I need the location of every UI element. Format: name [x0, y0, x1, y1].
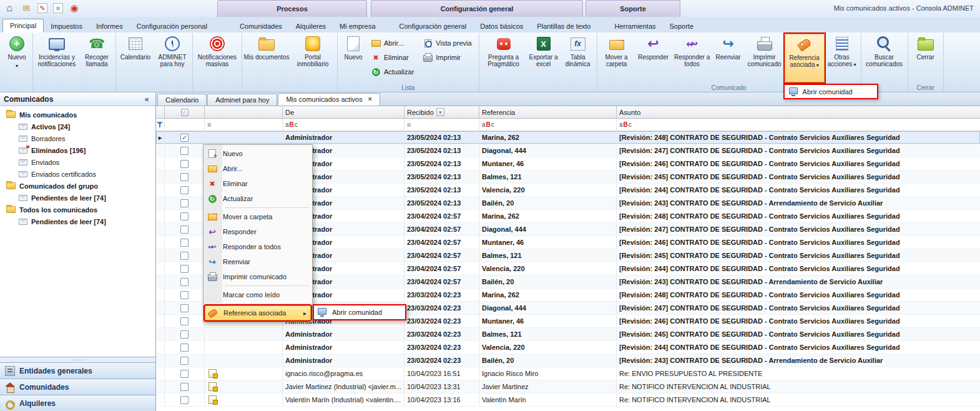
tree-item-pendientes-de-leer-74[interactable]: Pendientes de leer [74] — [0, 192, 155, 204]
filter-cell-icon[interactable]: = — [205, 119, 283, 131]
filter-dropdown-icon[interactable] — [436, 108, 444, 116]
header-referencia[interactable]: Referencia — [479, 106, 617, 118]
header-icon-column[interactable] — [205, 106, 283, 118]
filter-cell-indicator[interactable] — [156, 119, 165, 131]
menu-item-nuevo[interactable]: Nuevo — [205, 146, 311, 161]
ribbon-exportar-excel-button[interactable]: Exportar a excel — [527, 34, 561, 82]
ribbon-nuevo-documento-button[interactable]: Nuevo — [339, 34, 368, 82]
row-checkbox[interactable] — [180, 330, 189, 339]
menu-item-responder-a-todos[interactable]: Responder a todos — [205, 239, 311, 254]
row-checkbox[interactable] — [180, 239, 189, 247]
row-checkbox[interactable] — [180, 199, 189, 207]
filter-cell-de[interactable]: aBc — [283, 119, 404, 131]
row-checkbox[interactable] — [180, 370, 189, 378]
tab-configuracion-personal[interactable]: Configuración personal — [130, 20, 214, 32]
table-row[interactable]: Administrador23/03/2024 02:23Bailén, 20[… — [156, 354, 980, 367]
menu-item-imprimir-comunicado[interactable]: Imprimir comunicado — [205, 269, 311, 284]
ribbon-buscar-comunicados-button[interactable]: Buscar comunicados — [863, 34, 906, 82]
sidebar-nav-comunidades[interactable]: Comunidades — [0, 379, 155, 395]
row-checkbox[interactable] — [180, 317, 189, 325]
tree-item-pendientes-de-leer-74[interactable]: Pendientes de leer [74] — [0, 215, 155, 227]
row-checkbox[interactable] — [180, 252, 189, 260]
edit-document-icon[interactable] — [37, 3, 47, 13]
table-row[interactable]: Administrador23/03/2024 02:23Valencia, 2… — [156, 341, 980, 354]
ribbon-recoger-llamada-button[interactable]: Recoger llamada — [79, 34, 114, 82]
sidebar-nav-alquileres[interactable]: Alquileres — [0, 395, 155, 411]
tab-principal[interactable]: Principal — [2, 19, 44, 32]
header-select-all[interactable] — [165, 106, 205, 118]
ribbon-notificaciones-masivas-button[interactable]: Notificaciones masivas — [194, 34, 240, 82]
ribbon-responder-button[interactable]: Responder — [635, 34, 672, 82]
table-row[interactable]: Administrador23/05/2024 02:13Marina, 262… — [156, 131, 980, 144]
home-icon[interactable] — [4, 2, 15, 14]
row-checkbox[interactable] — [180, 212, 189, 220]
ribbon-tabla-dinamica-button[interactable]: Tabla dinámica — [561, 34, 595, 82]
ribbon-vista-previa-button[interactable]: Vista previa — [421, 37, 475, 49]
record-icon[interactable] — [69, 2, 80, 14]
row-checkbox[interactable] — [180, 147, 189, 155]
table-row[interactable]: Valentín Marín (Industrial) <valentin...… — [156, 394, 980, 407]
tab-configuracion-general[interactable]: Configuración general — [393, 20, 474, 32]
row-checkbox[interactable] — [180, 291, 189, 299]
menu-item-referencia-asociada[interactable]: Referencia asociada — [205, 305, 311, 320]
ribbon-mis-documentos-button[interactable]: Mis documentos — [243, 34, 290, 82]
ribbon-adminet-hoy-button[interactable]: ADMINET para hoy — [154, 34, 191, 82]
menu-item-eliminar[interactable]: Eliminar — [205, 176, 311, 191]
splitter-grip[interactable] — [0, 357, 155, 362]
row-checkbox[interactable] — [180, 344, 189, 352]
row-checkbox[interactable] — [180, 160, 189, 168]
sidebar-nav-entidades-generales[interactable]: Entidades generales — [0, 362, 155, 379]
row-checkbox[interactable] — [180, 396, 189, 404]
table-row[interactable]: ignacio.risco@pragma.es10/04/2023 16:51I… — [156, 367, 980, 380]
menu-item-actualizar[interactable]: Actualizar — [205, 191, 311, 206]
ribbon-eliminar-button[interactable]: Eliminar — [370, 51, 418, 64]
header-recibido[interactable]: Recibido — [404, 106, 479, 118]
tab-herramientas[interactable]: Herramientas — [607, 20, 662, 32]
table-row[interactable]: Javier Martinez (Industrial) <javier.m..… — [156, 380, 980, 394]
ribbon-nuevo-button[interactable]: Nuevo — [2, 34, 31, 82]
row-checkbox[interactable] — [180, 357, 189, 365]
row-checkbox[interactable] — [180, 173, 189, 181]
doc-tab-mis-comunicados-activos[interactable]: Mis comunicados activos — [278, 93, 380, 106]
ribbon-otras-acciones-button[interactable]: Otras acciones — [825, 34, 860, 82]
filter-cell-asunto[interactable]: aBc — [617, 119, 980, 131]
mail-icon[interactable] — [21, 2, 32, 14]
row-checkbox[interactable] — [180, 278, 189, 286]
tree-item-activos-24[interactable]: Activos [24] — [0, 121, 155, 132]
menu-item-mover-a-carpeta[interactable]: Mover a carpeta — [205, 209, 311, 224]
tab-plantillas-de-texto[interactable]: Plantillas de texto — [530, 20, 597, 32]
tab-informes[interactable]: Informes — [89, 20, 130, 32]
ribbon-abrir-button[interactable]: Abrir... — [370, 37, 418, 49]
row-checkbox[interactable] — [180, 265, 189, 273]
tree-item-eliminados-196[interactable]: Eliminados [196] — [0, 144, 155, 156]
ribbon-responder-todos-button[interactable]: Responder a todos — [672, 34, 712, 82]
ribbon-incidencias-button[interactable]: Incidencias y notificaciones — [34, 34, 79, 82]
tree-item-enviados[interactable]: Enviados — [0, 156, 155, 168]
collapse-sidebar-icon[interactable] — [142, 94, 152, 104]
filter-cell-referencia[interactable]: aBc — [479, 119, 617, 131]
ribbon-imprimir-button[interactable]: Imprimir — [421, 51, 475, 64]
ribbon-calendario-button[interactable]: Calendario — [117, 34, 154, 82]
tab-datos-basicos[interactable]: Datos básicos — [473, 20, 530, 32]
ribbon-referencia-asociada-button[interactable]: Referencia asociada — [785, 34, 825, 82]
ribbon-pregunta-pragmatico-button[interactable]: Pregunta a Pragmático — [481, 34, 527, 82]
tab-alquileres[interactable]: Alquileres — [289, 20, 333, 32]
menu-item-reenviar[interactable]: Reenviar — [205, 254, 311, 269]
doc-tab-calendario[interactable]: Calendario — [157, 94, 207, 106]
ribbon-imprimir-comunicado-button[interactable]: Imprimir comunicado — [745, 34, 785, 82]
row-checkbox[interactable] — [180, 186, 189, 194]
row-checkbox[interactable] — [180, 225, 189, 234]
tab-comunidades[interactable]: Comunidades — [233, 20, 289, 32]
row-checkbox[interactable] — [180, 134, 189, 142]
referencia-asociada-dropdown-item[interactable]: Abrir comunidad — [783, 84, 878, 99]
tree-item-mis-comunicados[interactable]: Mis comunicados — [0, 109, 155, 121]
tree-item-enviados-certificados[interactable]: Enviados certificados — [0, 168, 155, 180]
tree-item-comunicados-del-grupo[interactable]: Comunicados del grupo — [0, 180, 155, 192]
menu-item-marcar-como-leido[interactable]: Marcar como leído — [205, 287, 311, 302]
tab-mi-empresa[interactable]: Mi empresa — [333, 20, 382, 32]
context-submenu-abrir-comunidad[interactable]: Abrir comunidad — [313, 304, 406, 320]
tree-item-borradores[interactable]: Borradores — [0, 132, 155, 144]
row-checkbox[interactable] — [180, 383, 189, 391]
document-icon[interactable] — [53, 3, 63, 13]
header-asunto[interactable]: Asunto — [617, 106, 980, 118]
